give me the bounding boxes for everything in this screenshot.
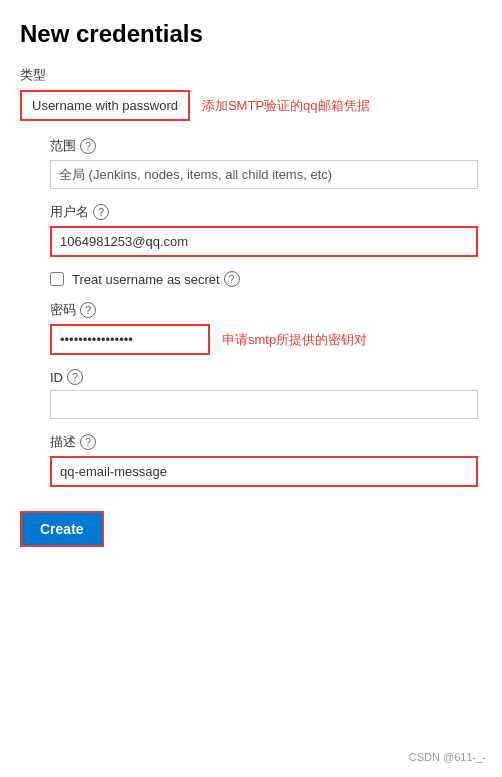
username-help-icon[interactable]: ? (93, 204, 109, 220)
type-label: 类型 (20, 66, 478, 84)
type-row: Username with password 添加SMTP验证的qq邮箱凭据 (20, 90, 478, 121)
description-help-icon[interactable]: ? (80, 434, 96, 450)
create-button[interactable]: Create (20, 511, 104, 547)
treat-secret-help-icon[interactable]: ? (224, 271, 240, 287)
treat-secret-label: Treat username as secret ? (72, 271, 240, 287)
type-annotation: 添加SMTP验证的qq邮箱凭据 (202, 97, 370, 115)
password-input[interactable] (50, 324, 210, 355)
username-label: 用户名 ? (50, 203, 478, 221)
scope-label: 范围 ? (50, 137, 478, 155)
password-row: 申请smtp所提供的密钥对 (50, 324, 478, 355)
treat-secret-row: Treat username as secret ? (50, 271, 478, 287)
username-input[interactable] (50, 226, 478, 257)
password-label: 密码 ? (50, 301, 478, 319)
id-label: ID ? (50, 369, 478, 385)
id-section: ID ? (50, 369, 478, 419)
scope-section: 范围 ? (50, 137, 478, 189)
treat-secret-checkbox[interactable] (50, 272, 64, 286)
credentials-form: 范围 ? 用户名 ? Treat username as secret ? 密码… (20, 137, 478, 487)
id-help-icon[interactable]: ? (67, 369, 83, 385)
password-help-icon[interactable]: ? (80, 302, 96, 318)
description-section: 描述 ? (50, 433, 478, 487)
type-select[interactable]: Username with password (20, 90, 190, 121)
description-label: 描述 ? (50, 433, 478, 451)
password-annotation: 申请smtp所提供的密钥对 (222, 331, 367, 349)
description-input[interactable] (50, 456, 478, 487)
username-section: 用户名 ? (50, 203, 478, 257)
footer-text: CSDN @611-_- (409, 751, 486, 763)
id-input[interactable] (50, 390, 478, 419)
type-section: 类型 Username with password 添加SMTP验证的qq邮箱凭… (20, 66, 478, 121)
page-title: New credentials (20, 20, 478, 48)
scope-help-icon[interactable]: ? (80, 138, 96, 154)
scope-input[interactable] (50, 160, 478, 189)
password-section: 密码 ? 申请smtp所提供的密钥对 (50, 301, 478, 355)
